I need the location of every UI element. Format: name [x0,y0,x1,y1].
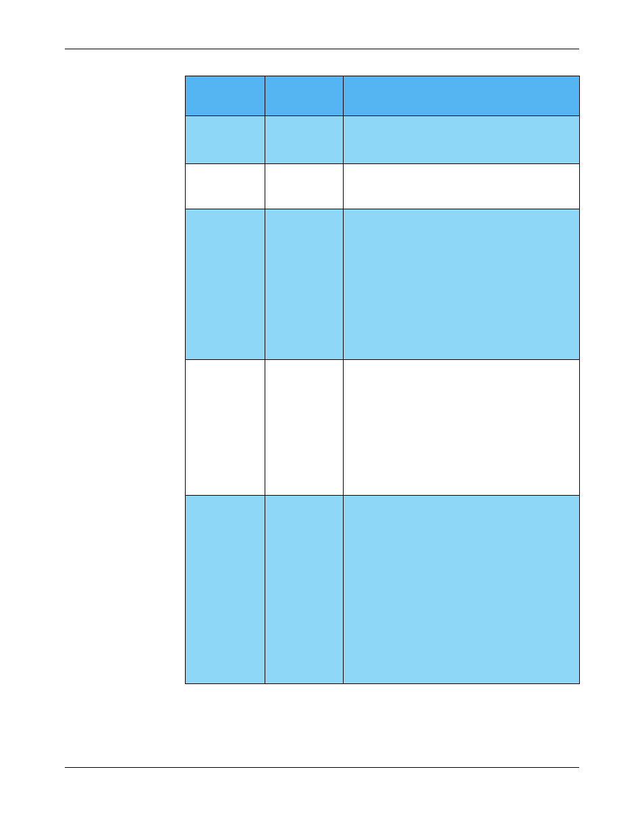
table-cell [265,164,344,209]
page [0,0,644,834]
table-header-cell [344,76,580,116]
table-cell [344,496,580,684]
table-cell [344,116,580,164]
table-header-row [186,76,580,116]
table-cell [344,164,580,209]
table-cell [186,164,265,209]
table-cell [186,116,265,164]
table-row [186,496,580,684]
table-cell [265,209,344,360]
table-row [186,360,580,496]
table-row [186,209,580,360]
table-row [186,116,580,164]
table-cell [265,116,344,164]
table-header-cell [186,76,265,116]
table-cell [344,209,580,360]
table-cell [344,360,580,496]
table-cell [265,360,344,496]
table-row [186,164,580,209]
data-table [185,76,580,684]
table-cell [265,496,344,684]
table-cell [186,496,265,684]
table-cell [186,360,265,496]
footer-rule [65,767,579,768]
table-header-cell [265,76,344,116]
header-rule [65,49,579,49]
table-cell [186,209,265,360]
